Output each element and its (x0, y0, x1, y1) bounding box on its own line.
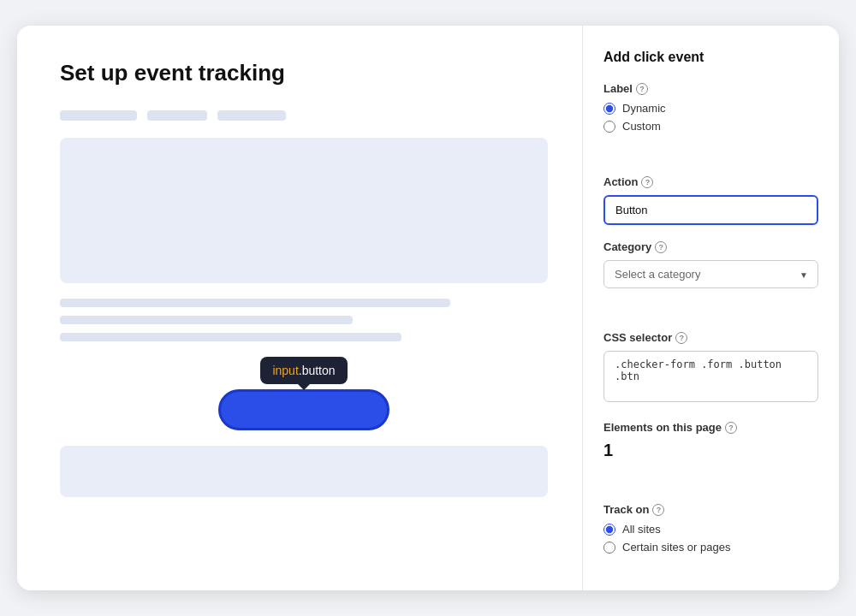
label-custom-radio[interactable] (603, 121, 615, 133)
wire-line (60, 333, 401, 341)
left-panel: Set up event tracking input.button (17, 26, 582, 590)
category-select[interactable]: Select a category (603, 260, 818, 288)
track-on-field-group: Track on ? All sites Certain sites or pa… (603, 503, 818, 554)
track-on-radio-group: All sites Certain sites or pages (603, 523, 818, 554)
category-help-icon[interactable]: ? (655, 241, 667, 253)
label-field-group: Label ? Dynamic Custom (603, 82, 818, 133)
action-help-icon[interactable]: ? (641, 176, 653, 188)
wire-nav-item (60, 110, 137, 121)
wire-nav-item (147, 110, 207, 121)
track-on-field-label: Track on ? (603, 503, 818, 516)
page-title: Set up event tracking (60, 60, 548, 86)
track-on-help-icon[interactable]: ? (652, 504, 664, 516)
tooltip-prefix: input (272, 364, 298, 377)
wire-hero-block (60, 138, 548, 283)
wire-nav (60, 110, 548, 121)
wire-footer-block (60, 446, 548, 497)
label-radio-group: Dynamic Custom (603, 102, 818, 133)
right-panel: Add click event Label ? Dynamic Custom (582, 26, 839, 590)
label-help-icon[interactable]: ? (636, 83, 648, 95)
css-selector-field-group: CSS selector ? .checker-form .form .butt… (603, 331, 818, 406)
action-input[interactable] (603, 195, 818, 225)
css-selector-help-icon[interactable]: ? (675, 332, 687, 344)
elements-field-group: Elements on this page ? 1 (603, 421, 818, 460)
wire-line (60, 316, 353, 324)
element-tooltip: input.button (260, 357, 347, 384)
css-selector-field-label: CSS selector ? (603, 331, 818, 344)
elements-field-label: Elements on this page ? (603, 421, 818, 434)
elements-help-icon[interactable]: ? (725, 422, 737, 434)
wire-button-area: input.button (60, 357, 548, 430)
label-field-label: Label ? (603, 82, 818, 95)
wire-nav-item (217, 110, 286, 121)
wire-lines-group (60, 299, 548, 341)
track-all-sites-option[interactable]: All sites (603, 523, 818, 536)
label-dynamic-option[interactable]: Dynamic (603, 102, 818, 115)
action-field-group: Action ? (603, 175, 818, 225)
track-certain-sites-radio[interactable] (603, 542, 615, 554)
tooltip-suffix: .button (299, 364, 336, 377)
css-selector-textarea[interactable]: .checker-form .form .button .btn (603, 351, 818, 402)
elements-count: 1 (603, 441, 818, 460)
panel-title: Add click event (603, 50, 818, 65)
wire-line (60, 299, 450, 307)
category-select-wrapper: Select a category (603, 260, 818, 288)
category-field-label: Category ? (603, 240, 818, 253)
label-custom-option[interactable]: Custom (603, 120, 818, 133)
label-dynamic-radio[interactable] (603, 103, 615, 115)
main-container: Set up event tracking input.button Add c… (17, 26, 839, 590)
action-field-label: Action ? (603, 175, 818, 188)
wire-cta-button (218, 389, 389, 430)
category-field-group: Category ? Select a category (603, 240, 818, 288)
track-certain-sites-option[interactable]: Certain sites or pages (603, 541, 818, 554)
track-all-sites-radio[interactable] (603, 524, 615, 536)
